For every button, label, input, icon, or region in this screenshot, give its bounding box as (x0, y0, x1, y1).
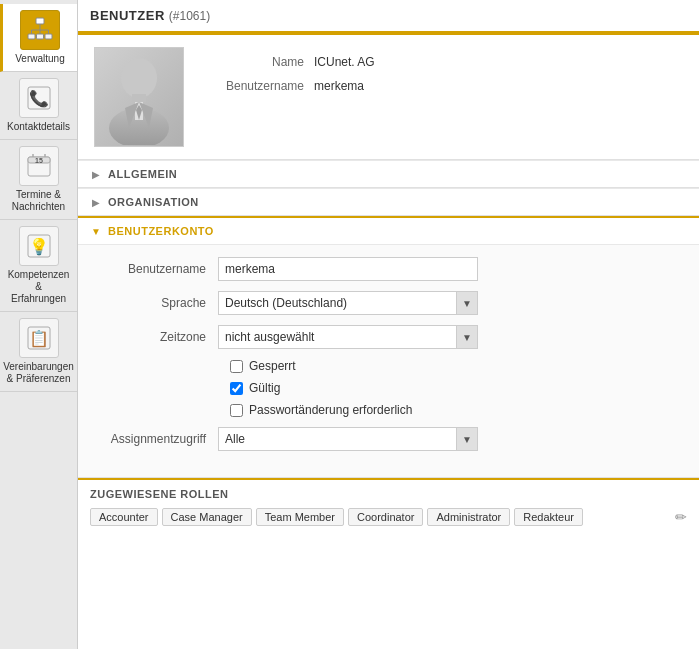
benutzername-row: Benutzername (98, 257, 679, 281)
role-badge-team-member: Team Member (256, 508, 344, 526)
sidebar-item-verwaltung[interactable]: Verwaltung (0, 4, 77, 72)
sprache-select[interactable]: Deutsch (Deutschland) English Français (218, 291, 478, 315)
passwort-label: Passwortänderung erforderlich (249, 403, 412, 417)
user-header: Name ICUnet. AG Benutzername merkema (78, 35, 699, 160)
gesperrt-label: Gesperrt (249, 359, 296, 373)
edit-roles-icon[interactable]: ✏ (675, 509, 687, 525)
organisation-arrow: ▶ (90, 196, 102, 208)
assignment-select-wrapper: Alle Eigene Gruppe ▼ (218, 427, 478, 451)
zeitzone-select[interactable]: nicht ausgewählt UTC Europe/Berlin (218, 325, 478, 349)
passwort-checkbox[interactable] (230, 404, 243, 417)
svg-text:📋: 📋 (29, 329, 49, 348)
avatar (94, 47, 184, 147)
svg-rect-2 (37, 34, 44, 39)
benutzerkonto-header[interactable]: ▼ BENUTZERKONTO (78, 216, 699, 244)
gesperrt-checkbox[interactable] (230, 360, 243, 373)
role-badge-case-manager: Case Manager (162, 508, 252, 526)
sidebar-item-vereinbarungen[interactable]: 📋 Vereinbarungen& Präferenzen (0, 312, 77, 392)
sidebar-item-label: Vereinbarungen& Präferenzen (3, 361, 74, 385)
section-id: (#1061) (169, 9, 210, 23)
svg-rect-0 (36, 18, 44, 24)
passwort-row: Passwortänderung erforderlich (230, 403, 679, 417)
section-title: BENUTZER (90, 8, 165, 23)
section-header: BENUTZER (#1061) (78, 0, 699, 33)
org-chart-icon (20, 10, 60, 50)
sprache-row: Sprache Deutsch (Deutschland) English Fr… (98, 291, 679, 315)
gueltig-label: Gültig (249, 381, 280, 395)
svg-text:📞: 📞 (29, 89, 49, 108)
organisation-section: ▶ ORGANISATION (78, 188, 699, 216)
calendar-icon: 15 (19, 146, 59, 186)
phone-icon: 📞 (19, 78, 59, 118)
benutzerkonto-content: Benutzername Sprache Deutsch (Deutschlan… (78, 244, 699, 477)
benutzerkonto-title: BENUTZERKONTO (108, 225, 214, 237)
name-value: ICUnet. AG (314, 55, 375, 69)
main-content: BENUTZER (#1061) (78, 0, 699, 649)
sidebar-item-kompetenzen[interactable]: 💡 Kompetenzen &Erfahrungen (0, 220, 77, 312)
benutzerkonto-arrow: ▼ (90, 225, 102, 237)
user-info: Name ICUnet. AG Benutzername merkema (204, 47, 683, 93)
svg-point-20 (121, 58, 157, 98)
svg-rect-3 (45, 34, 52, 39)
allgemein-section: ▶ ALLGEMEIN (78, 160, 699, 188)
zeitzone-select-wrapper: nicht ausgewählt UTC Europe/Berlin ▼ (218, 325, 478, 349)
role-badge-redakteur: Redakteur (514, 508, 583, 526)
gesperrt-row: Gesperrt (230, 359, 679, 373)
name-row: Name ICUnet. AG (204, 55, 683, 69)
benutzerkonto-section: ▼ BENUTZERKONTO Benutzername Sprache Deu… (78, 216, 699, 478)
sidebar-item-label: Kontaktdetails (7, 121, 70, 133)
username-label: Benutzername (204, 79, 304, 93)
role-badge-coordinator: Coordinator (348, 508, 423, 526)
assignment-row: Assignmentzugriff Alle Eigene Gruppe ▼ (98, 427, 679, 451)
gueltig-checkbox[interactable] (230, 382, 243, 395)
sidebar-item-label: Termine &Nachrichten (12, 189, 65, 213)
organisation-header[interactable]: ▶ ORGANISATION (78, 188, 699, 215)
roles-content: Accounter Case Manager Team Member Coord… (90, 508, 687, 526)
gueltig-row: Gültig (230, 381, 679, 395)
role-badge-accounter: Accounter (90, 508, 158, 526)
roles-section: ZUGEWIESENE ROLLEN Accounter Case Manage… (78, 478, 699, 534)
svg-text:💡: 💡 (29, 237, 49, 256)
sprache-label: Sprache (98, 296, 218, 310)
role-badge-administrator: Administrator (427, 508, 510, 526)
roles-title: ZUGEWIESENE ROLLEN (90, 488, 687, 500)
sidebar-item-label: Kompetenzen &Erfahrungen (4, 269, 73, 305)
sidebar-item-termine[interactable]: 15 Termine &Nachrichten (0, 140, 77, 220)
benutzername-label: Benutzername (98, 262, 218, 276)
svg-rect-21 (132, 94, 146, 102)
sidebar-item-kontaktdetails[interactable]: 📞 Kontaktdetails (0, 72, 77, 140)
svg-rect-1 (28, 34, 35, 39)
zeitzone-label: Zeitzone (98, 330, 218, 344)
zeitzone-row: Zeitzone nicht ausgewählt UTC Europe/Ber… (98, 325, 679, 349)
checkbox-group: Gesperrt Gültig Passwortänderung erforde… (230, 359, 679, 417)
sprache-select-wrapper: Deutsch (Deutschland) English Français ▼ (218, 291, 478, 315)
allgemein-header[interactable]: ▶ ALLGEMEIN (78, 160, 699, 187)
username-row: Benutzername merkema (204, 79, 683, 93)
lightbulb-icon: 💡 (19, 226, 59, 266)
benutzername-input[interactable] (218, 257, 478, 281)
allgemein-arrow: ▶ (90, 168, 102, 180)
assignment-select[interactable]: Alle Eigene Gruppe (218, 427, 478, 451)
document-icon: 📋 (19, 318, 59, 358)
sidebar: Verwaltung 📞 Kontaktdetails 15 Termine &… (0, 0, 78, 649)
name-label: Name (204, 55, 304, 69)
sidebar-item-label: Verwaltung (15, 53, 64, 65)
allgemein-title: ALLGEMEIN (108, 168, 177, 180)
username-value: merkema (314, 79, 364, 93)
svg-text:15: 15 (35, 157, 43, 164)
assignment-label: Assignmentzugriff (98, 432, 218, 446)
organisation-title: ORGANISATION (108, 196, 199, 208)
